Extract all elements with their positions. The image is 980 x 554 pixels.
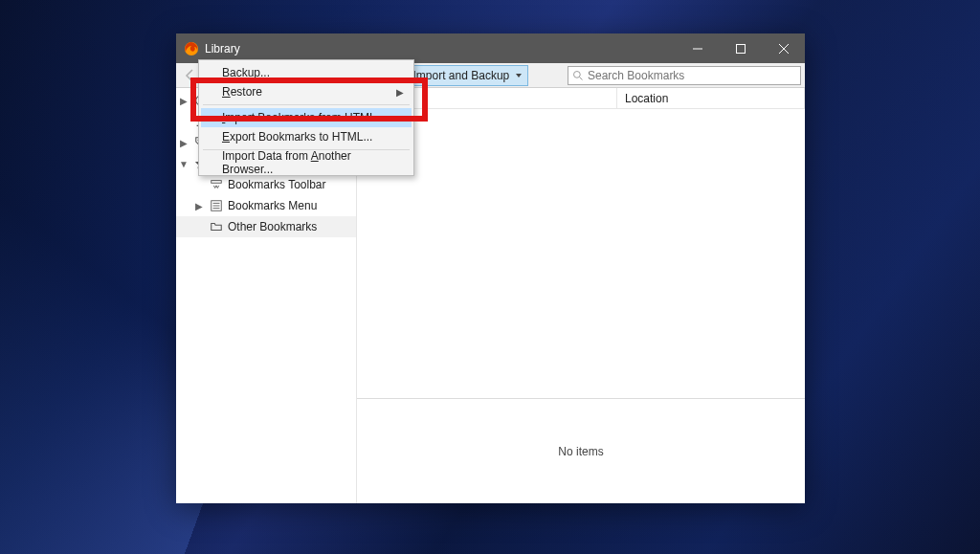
- menu-separator: [203, 104, 410, 105]
- empty-label: No items: [558, 445, 603, 458]
- chevron-down-icon: ▼: [178, 159, 189, 169]
- sidebar-item-label: Bookmarks Toolbar: [228, 178, 326, 191]
- import-backup-label: Import and Backup: [413, 69, 510, 82]
- chevron-right-icon: ▶: [178, 138, 189, 148]
- sidebar-item-label: Other Bookmarks: [228, 220, 317, 233]
- search-box[interactable]: [568, 66, 801, 85]
- sidebar-item-other-bookmarks[interactable]: Other Bookmarks: [176, 216, 356, 237]
- bookmarks-toolbar-icon: [209, 177, 224, 192]
- column-headers: N Location: [357, 88, 805, 109]
- sidebar-item-bookmarks-menu[interactable]: ▶ Bookmarks Menu: [176, 195, 356, 216]
- firefox-icon: [184, 41, 199, 56]
- menu-item-import-html[interactable]: Import Bookmarks from HTML...: [201, 108, 412, 127]
- folder-icon: [209, 219, 224, 234]
- chevron-right-icon: ▶: [193, 201, 205, 211]
- chevron-right-icon: ▶: [178, 96, 189, 106]
- window-title: Library: [205, 42, 240, 55]
- minimize-button[interactable]: [676, 33, 719, 63]
- maximize-button[interactable]: [719, 33, 762, 63]
- menu-item-restore[interactable]: Restore▶: [201, 82, 412, 101]
- svg-rect-6: [212, 181, 222, 184]
- close-button[interactable]: [762, 33, 805, 63]
- submenu-arrow-icon: ▶: [396, 87, 404, 98]
- sidebar-item-label: Bookmarks Menu: [228, 199, 317, 212]
- search-icon: [572, 70, 584, 81]
- svg-point-3: [574, 71, 581, 78]
- import-backup-menu: Backup... Restore▶ Import Bookmarks from…: [198, 59, 414, 176]
- sidebar-item-bookmarks-toolbar[interactable]: Bookmarks Toolbar: [176, 174, 356, 195]
- column-header-location[interactable]: Location: [617, 88, 805, 108]
- search-input[interactable]: [588, 69, 796, 82]
- details-pane: No items: [357, 398, 805, 503]
- bookmark-list[interactable]: [357, 109, 805, 398]
- menu-item-import-browser[interactable]: Import Data from Another Browser...: [201, 153, 412, 172]
- svg-rect-1: [736, 44, 745, 53]
- menu-item-backup[interactable]: Backup...: [201, 63, 412, 82]
- menu-item-export-html[interactable]: Export Bookmarks to HTML...: [201, 127, 412, 146]
- bookmarks-menu-icon: [209, 198, 224, 213]
- main-panel: N Location No items: [357, 88, 805, 503]
